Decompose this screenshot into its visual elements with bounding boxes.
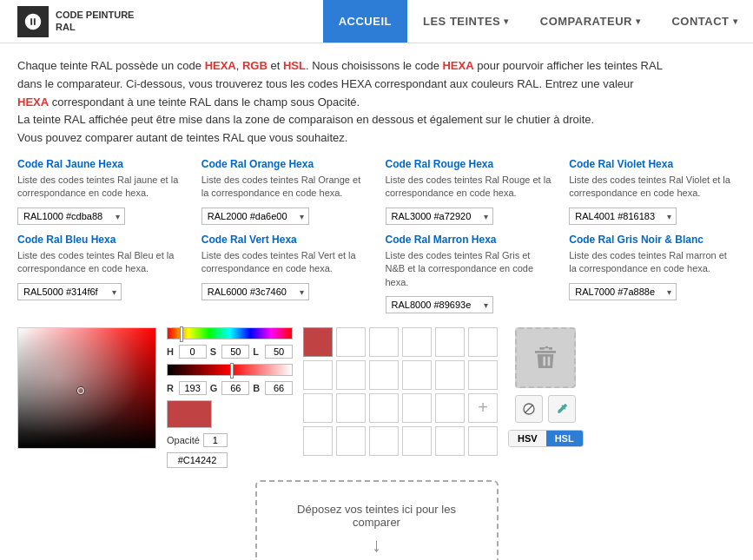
color-select-wrap-rouge: RAL3000 #a72920 ▾ xyxy=(386,208,493,225)
r-input[interactable] xyxy=(179,381,207,395)
swatch-9[interactable] xyxy=(402,360,432,390)
swatch-19[interactable] xyxy=(336,426,366,456)
logo-icon xyxy=(17,6,49,37)
swatch-11[interactable] xyxy=(468,360,498,390)
color-title-vert[interactable]: Code Ral Vert Hexa xyxy=(201,234,368,246)
color-select-violet[interactable]: RAL4001 #816183 xyxy=(569,208,677,225)
swatch-6[interactable] xyxy=(303,360,333,390)
color-title-bleu[interactable]: Code Ral Bleu Hexa xyxy=(17,234,184,246)
b-input[interactable] xyxy=(265,381,293,395)
swatch-7[interactable] xyxy=(336,360,366,390)
eyedropper-btn[interactable] xyxy=(548,395,576,423)
color-title-rouge[interactable]: Code Ral Rouge Hexa xyxy=(386,158,552,170)
color-select-jaune[interactable]: RAL1000 #cdba88 xyxy=(17,208,125,225)
gradient-inner xyxy=(18,328,155,448)
color-select-gris[interactable]: RAL7000 #7a888e xyxy=(569,283,677,300)
color-title-violet[interactable]: Code Ral Violet Hexa xyxy=(569,158,736,170)
nav-teintes-arrow: ▾ xyxy=(504,16,509,26)
logo-area: CODE PEINTURE RAL xyxy=(0,6,151,37)
color-section-jaune: Code Ral Jaune Hexa Liste des codes tein… xyxy=(17,158,184,225)
color-select-wrap-jaune: RAL1000 #cdba88 ▾ xyxy=(17,208,125,225)
swatch-3[interactable] xyxy=(402,327,432,357)
svg-line-1 xyxy=(525,405,533,412)
nav-teintes[interactable]: LES TEINTES ▾ xyxy=(407,0,525,43)
color-desc-orange: Liste des codes teintes Ral Orange et la… xyxy=(201,174,368,201)
swatch-22[interactable] xyxy=(435,426,465,456)
color-preview-inline xyxy=(167,400,212,428)
l-label: L xyxy=(253,346,261,357)
g-input[interactable] xyxy=(221,381,249,395)
swatch-20[interactable] xyxy=(369,426,399,456)
color-desc-bleu: Liste des codes teintes Ral Bleu et la c… xyxy=(17,249,184,276)
swatch-0[interactable] xyxy=(303,327,333,357)
hsv-toggle[interactable]: HSV xyxy=(509,431,546,446)
swatch-add[interactable]: + xyxy=(468,393,498,423)
swatch-18[interactable] xyxy=(303,426,333,456)
opacity-input[interactable] xyxy=(203,433,228,447)
swatch-10[interactable] xyxy=(435,360,465,390)
color-section-marron: Code Ral Marron Hexa Liste des codes tei… xyxy=(386,234,552,313)
trash-icon xyxy=(532,344,559,372)
nav-contact-arrow: ▾ xyxy=(733,16,738,26)
hex-input[interactable] xyxy=(167,452,228,468)
picker-area: H S L R G B xyxy=(17,327,736,468)
nav-contact[interactable]: CONTACT ▾ xyxy=(656,0,753,43)
hsl-toggle[interactable]: HSL xyxy=(546,431,583,446)
color-desc-violet: Liste des codes teintes Ral Violet et la… xyxy=(569,174,736,201)
swatch-21[interactable] xyxy=(402,426,432,456)
r-label: R xyxy=(167,383,175,393)
hue-indicator xyxy=(180,326,183,342)
b-label: B xyxy=(253,383,261,393)
lightness-indicator xyxy=(230,363,234,379)
picker-dot xyxy=(77,387,84,394)
swatch-13[interactable] xyxy=(336,393,366,423)
h-input[interactable] xyxy=(179,345,207,359)
hsl-row: H S L xyxy=(167,345,293,359)
swatch-1[interactable] xyxy=(336,327,366,357)
color-section-gris: Code Ral Gris Noir & Blanc Liste des cod… xyxy=(569,234,736,313)
toggle-group: HSV HSL xyxy=(508,430,584,447)
color-select-wrap-gris: RAL7000 #7a888e ▾ xyxy=(569,283,677,300)
color-select-marron[interactable]: RAL8000 #89693e xyxy=(386,296,493,313)
color-title-orange[interactable]: Code Ral Orange Hexa xyxy=(201,158,368,170)
swatch-23[interactable] xyxy=(468,426,498,456)
swatch-16[interactable] xyxy=(435,393,465,423)
color-title-gris[interactable]: Code Ral Gris Noir & Blanc xyxy=(569,234,736,246)
s-input[interactable] xyxy=(221,345,249,359)
drop-zone[interactable]: Déposez vos teintes ici pour les compare… xyxy=(255,480,499,560)
intro-text: Chaque teinte RAL possède un code HEXA, … xyxy=(17,57,736,148)
color-select-wrap-marron: RAL8000 #89693e ▾ xyxy=(386,296,493,313)
color-select-bleu[interactable]: RAL5000 #314f6f xyxy=(17,283,122,300)
nav-accueil[interactable]: ACCUEIL xyxy=(323,0,407,43)
color-select-wrap-vert: RAL6000 #3c7460 ▾ xyxy=(201,283,309,300)
nav-comparateur-arrow: ▾ xyxy=(636,16,641,26)
l-input[interactable] xyxy=(265,345,293,359)
tool-row xyxy=(515,395,576,423)
nav-comparateur[interactable]: COMPARATEUR ▾ xyxy=(525,0,657,43)
no-icon-btn[interactable] xyxy=(515,395,543,423)
hue-bar[interactable] xyxy=(167,327,293,339)
swatch-5[interactable] xyxy=(468,327,498,357)
color-select-vert[interactable]: RAL6000 #3c7460 xyxy=(201,283,309,300)
swatch-12[interactable] xyxy=(303,393,333,423)
color-sections-grid: Code Ral Jaune Hexa Liste des codes tein… xyxy=(17,158,736,313)
swatch-8[interactable] xyxy=(369,360,399,390)
color-section-violet: Code Ral Violet Hexa Liste des codes tei… xyxy=(569,158,736,225)
trash-box[interactable] xyxy=(515,327,576,388)
swatch-2[interactable] xyxy=(369,327,399,357)
main-content: Chaque teinte RAL possède un code HEXA, … xyxy=(0,43,753,560)
gradient-canvas[interactable] xyxy=(17,327,156,449)
eyedropper-icon xyxy=(555,402,569,416)
color-select-wrap-orange: RAL2000 #da6e00 ▾ xyxy=(201,208,309,225)
lightness-bar[interactable] xyxy=(167,364,293,376)
color-title-jaune[interactable]: Code Ral Jaune Hexa xyxy=(17,158,184,170)
color-title-marron[interactable]: Code Ral Marron Hexa xyxy=(386,234,552,246)
swatch-15[interactable] xyxy=(402,393,432,423)
swatch-4[interactable] xyxy=(435,327,465,357)
color-select-orange[interactable]: RAL2000 #da6e00 xyxy=(201,208,309,225)
no-icon xyxy=(522,402,536,416)
drop-arrow-icon: ↓ xyxy=(278,534,476,557)
color-select-rouge[interactable]: RAL3000 #a72920 xyxy=(386,208,493,225)
swatch-14[interactable] xyxy=(369,393,399,423)
color-desc-vert: Liste des codes teintes Ral Vert et la c… xyxy=(201,249,368,276)
